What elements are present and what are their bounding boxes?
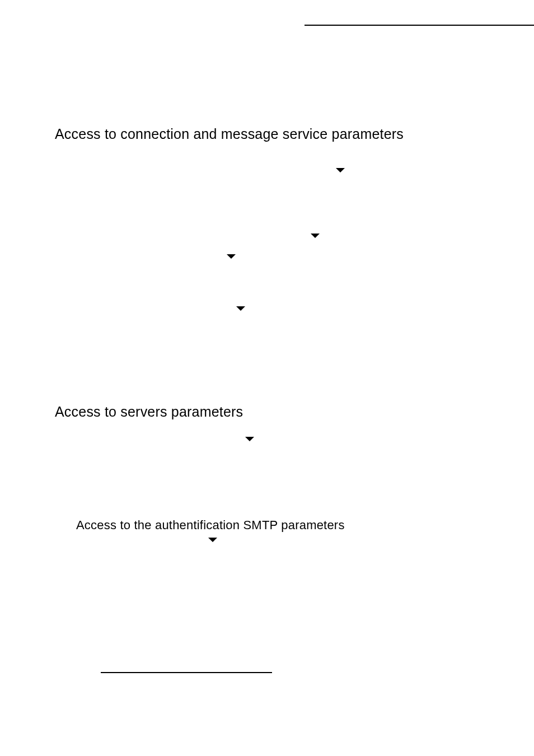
header-rule [305,25,534,26]
chevron-down-icon [208,538,217,542]
section-heading-connection-message: Access to connection and message service… [55,126,404,142]
section-heading-servers: Access to servers parameters [55,404,243,420]
chevron-down-icon [236,306,245,311]
chevron-down-icon [245,437,254,441]
chevron-down-icon [311,234,320,238]
footnote-rule [101,672,272,673]
chevron-down-icon [227,254,236,259]
section-heading-smtp-auth: Access to the authentification SMTP para… [76,518,345,533]
chevron-down-icon [336,168,345,172]
